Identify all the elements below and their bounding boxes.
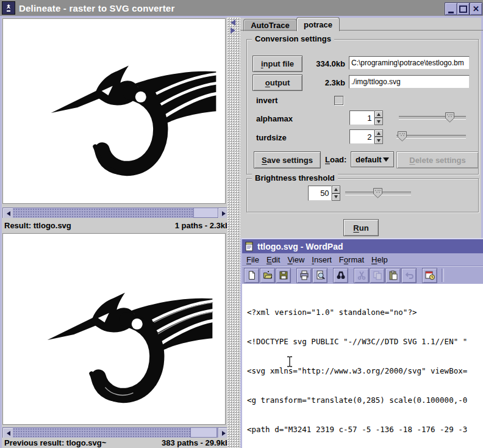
output-size-label: 2.3kb — [305, 78, 345, 87]
output-button[interactable]: output — [252, 74, 302, 91]
doc-line: <!DOCTYPE svg PUBLIC "-//W3C//DTD SVG 1.… — [247, 337, 483, 347]
new-document-icon — [247, 270, 257, 280]
result-status-bar: Result: ttlogo.svg 1 paths - 2.3kb — [2, 218, 232, 233]
menu-edit[interactable]: Edit — [267, 255, 280, 264]
result-hscrollbar[interactable] — [2, 208, 228, 218]
previous-bird-image — [16, 256, 221, 424]
arrow-up-icon — [377, 132, 381, 135]
close-button[interactable]: ✕ — [470, 2, 482, 15]
copy-button[interactable] — [370, 268, 385, 283]
delineate-window: Delineate - raster to SVG converter ✕ Re… — [0, 0, 483, 448]
spin-down-button[interactable] — [374, 118, 383, 125]
turdsize-label: turdsize — [256, 133, 287, 142]
menu-insert[interactable]: Insert — [312, 255, 332, 264]
previous-hscrollbar[interactable] — [2, 427, 228, 438]
input-file-button[interactable]: input file — [252, 56, 302, 72]
previous-paths-size: 383 paths - 29.9kb — [162, 438, 230, 447]
tab-potrace[interactable]: potrace — [296, 17, 340, 31]
turdsize-value[interactable]: 2 — [349, 129, 374, 144]
frame-top — [0, 16, 483, 18]
wordpad-title-bar[interactable]: ttlogo.svg - WordPad — [242, 239, 483, 253]
open-button[interactable] — [260, 268, 275, 283]
menu-file[interactable]: File — [246, 255, 259, 264]
invert-checkbox[interactable] — [334, 96, 343, 105]
input-file-field[interactable]: C:\programing\potrace\testlogo.bm — [349, 56, 470, 70]
save-button[interactable] — [276, 268, 291, 283]
brightness-spinner[interactable]: 50 — [308, 186, 340, 201]
arrow-left-icon — [7, 431, 10, 436]
spin-up-button[interactable] — [332, 186, 340, 193]
brightness-threshold-group: Brightness threshold — [246, 178, 479, 212]
alphamax-slider[interactable] — [399, 116, 466, 120]
new-button[interactable] — [244, 268, 259, 283]
output-file-field[interactable]: ./img/ttlogo.svg — [349, 75, 470, 89]
conversion-settings-title: Conversion settings — [252, 34, 334, 43]
wordpad-document[interactable]: <?xml version="1.0" standalone="no"?> <!… — [242, 284, 483, 448]
maximize-button[interactable] — [457, 2, 470, 15]
menu-help[interactable]: Help — [371, 255, 388, 264]
result-filename: Result: ttlogo.svg — [4, 221, 71, 230]
previous-preview-panel[interactable] — [2, 233, 226, 425]
turdsize-slider[interactable] — [396, 135, 466, 139]
arrow-left-icon — [7, 211, 10, 216]
open-folder-icon — [263, 270, 273, 280]
doc-line: <path d="M3241 2319 c-57 -5 -136 -18 -17… — [247, 425, 483, 435]
toolbar-separator — [442, 269, 444, 282]
invert-label: invert — [256, 96, 277, 105]
alphamax-spinner[interactable]: 1 — [349, 110, 383, 125]
brightness-threshold-title: Brightness threshold — [252, 173, 338, 182]
turdsize-spinner[interactable]: 2 — [349, 129, 383, 144]
splitpane-divider[interactable] — [227, 17, 240, 448]
arrow-right-icon — [222, 431, 226, 436]
previous-status-bar: Previous result: tlogo.svg~ 383 paths - … — [2, 438, 232, 448]
title-bar[interactable]: Delineate - raster to SVG converter — [0, 0, 483, 16]
arrow-down-icon — [377, 139, 381, 142]
turdsize-slider-thumb[interactable] — [398, 131, 407, 142]
cut-button[interactable] — [354, 268, 369, 283]
print-button[interactable] — [296, 268, 312, 283]
menu-view[interactable]: View — [287, 255, 304, 264]
paste-clipboard-icon — [388, 270, 398, 280]
arrow-right-icon — [222, 211, 226, 216]
alphamax-value[interactable]: 1 — [349, 110, 374, 125]
delete-settings-button[interactable]: Delete settings — [396, 151, 479, 168]
load-label: Load: — [325, 155, 346, 164]
result-bird-image — [20, 29, 225, 197]
undo-button[interactable] — [401, 268, 417, 283]
brightness-slider-thumb[interactable] — [373, 188, 382, 198]
scroll-thumb[interactable] — [190, 427, 217, 438]
expand-right-icon[interactable] — [231, 27, 235, 34]
paste-button[interactable] — [385, 268, 401, 283]
chevron-down-icon — [383, 157, 389, 162]
menu-format[interactable]: Format — [339, 255, 364, 264]
print-preview-icon — [315, 270, 325, 280]
alphamax-slider-thumb[interactable] — [445, 112, 454, 123]
minimize-button[interactable] — [445, 2, 457, 15]
wordpad-icon — [245, 242, 254, 251]
spin-up-button[interactable] — [374, 110, 383, 118]
text-cursor — [286, 356, 293, 367]
spin-up-button[interactable] — [374, 129, 383, 137]
cut-scissors-icon — [357, 270, 367, 280]
date-time-button[interactable] — [422, 268, 437, 283]
wordpad-window: ttlogo.svg - WordPad File Edit View Inse… — [240, 238, 483, 448]
doc-line: <g transform="translate(0,285) scale(0.1… — [247, 396, 483, 405]
collapse-left-icon[interactable] — [231, 20, 235, 26]
arrow-down-icon — [334, 195, 338, 198]
brightness-value[interactable]: 50 — [308, 186, 332, 201]
doc-line: <?xml version="1.0" standalone="no"?> — [247, 308, 483, 317]
wordpad-title: ttlogo.svg - WordPad — [257, 242, 343, 251]
print-preview-button[interactable] — [312, 268, 327, 283]
spin-down-button[interactable] — [332, 193, 340, 201]
run-button[interactable]: Run — [343, 219, 379, 236]
result-preview-panel[interactable] — [2, 18, 226, 204]
previous-filename: Previous result: tlogo.svg~ — [4, 438, 106, 447]
tab-autotrace[interactable]: AutoTrace — [243, 19, 297, 31]
find-button[interactable] — [333, 268, 348, 283]
load-settings-combobox[interactable]: default — [351, 151, 394, 167]
save-floppy-icon — [279, 270, 288, 280]
spin-down-button[interactable] — [374, 137, 383, 144]
scroll-thumb[interactable] — [193, 208, 219, 218]
save-settings-button[interactable]: Save settings — [254, 151, 321, 168]
app-icon — [2, 1, 15, 15]
